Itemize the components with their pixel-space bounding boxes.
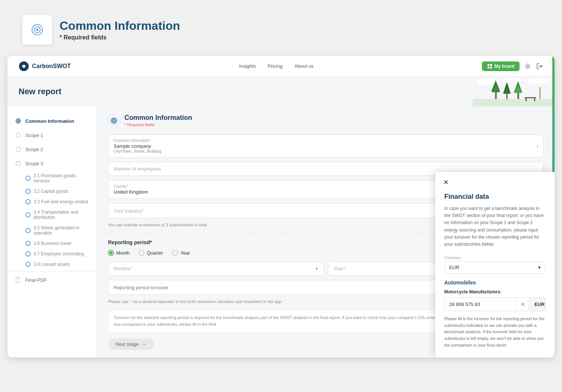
modal-category-title: Automobiles [444,280,546,286]
modal-close-button[interactable]: ✕ [441,178,450,187]
company-name-value: Sample company [114,143,538,149]
svg-point-30 [538,87,542,89]
currency-value: EUR [449,265,459,270]
top-subtitle: * Required fields [60,34,180,41]
svg-rect-7 [488,67,489,68]
svg-point-4 [22,65,25,68]
subitem-dot-3-8 [25,262,31,267]
sidebar-item-3-5[interactable]: 3.5 Waste generated in operation [7,223,96,238]
form-required-label: * Required fields [124,122,192,127]
logout-button[interactable] [536,63,543,70]
svg-rect-8 [490,67,492,68]
currency-chevron-icon: ▾ [538,265,541,270]
top-title-area: Common Information * Required fields [60,19,180,41]
form-section-title: Common Information [124,114,192,122]
svg-point-11 [485,79,496,84]
next-stage-button[interactable]: Next stage → [108,338,154,350]
company-address-value: City/Town, Street, Building [114,149,538,153]
company-field-arrow: › [537,143,539,149]
subitem-dot-3-3 [25,199,31,204]
svg-point-33 [18,121,19,121]
next-stage-arrow-icon: → [142,341,146,347]
svg-rect-37 [16,277,19,283]
logout-icon [536,63,543,70]
page-title: New report [19,87,61,96]
subitem-dot-3-4 [25,212,31,217]
turnover-currency-badge: EUR [529,298,546,311]
radio-year[interactable]: Year [172,250,190,256]
sidebar-divider [7,271,96,271]
top-section: Common Information * Required fields [0,0,562,56]
radio-quarter-circle [139,250,145,256]
nav-pricing[interactable]: Pricing [268,63,283,69]
months-chevron: ▾ [315,266,318,271]
sidebar-item-scope1[interactable]: Scope 1 [7,128,96,142]
sidebar-item-scope3[interactable]: Scope 3 [7,156,96,170]
turnover-value-input[interactable] [445,298,516,311]
svg-point-15 [537,78,549,83]
form-section-text: Common Information * Required fields [124,114,192,127]
nav-about[interactable]: About us [294,63,313,69]
subitem-dot-3-5 [25,228,31,233]
svg-rect-36 [16,162,20,165]
subitem-dot-3-1 [25,176,31,181]
sidebar-item-3-4[interactable]: 3.4 Transportation and distribution [7,207,96,223]
top-icon-box [22,15,52,45]
radio-quarter[interactable]: Quarter [139,250,163,256]
target-sidebar-icon [15,118,22,124]
form-section-header: Common Information * Required fields [108,114,543,127]
svg-rect-26 [525,97,536,98]
turnover-clear-button[interactable]: ✕ [516,298,529,311]
sidebar-scope2-label: Scope 2 [25,147,43,152]
my-board-button[interactable]: My board [482,61,520,71]
sidebar-scope1-label: Scope 1 [25,133,43,138]
company-info-field[interactable]: Company Information* Sample company City… [108,134,543,157]
subitem-dot-3-2 [25,189,31,194]
logo-icon [19,61,29,71]
scope2-icon [15,146,22,153]
sidebar-item-final-pdf[interactable]: Final PDF [7,273,96,287]
modal-description: In case you want to get a benchmark anal… [444,205,546,248]
sidebar-item-3-7[interactable]: 3.7 Employee commuting [7,249,96,259]
svg-point-35 [16,147,20,152]
radio-month[interactable]: Month [108,250,130,256]
sidebar-item-3-8[interactable]: 3.8 Leased assets [7,259,96,270]
sidebar-item-common-information[interactable]: Common Information [7,114,96,128]
nav-insights[interactable]: Insights [239,63,256,69]
form-section-icon [108,115,120,127]
sidebar-item-3-6[interactable]: 3.6 Business travel [7,238,96,249]
svg-point-40 [114,120,115,121]
company-info-label: Company Information* [114,138,538,143]
months-select[interactable]: Months* ▾ [108,262,324,275]
svg-point-2 [36,29,38,31]
svg-rect-27 [526,98,527,101]
settings-icon [524,63,531,70]
subitem-dot-3-7 [25,251,31,256]
svg-point-34 [16,133,20,137]
top-title: Common Information [60,19,180,33]
svg-point-9 [527,65,529,67]
industry-placeholder: Your industry* [114,208,143,214]
sidebar-scope3-label: Scope 3 [25,161,43,166]
sidebar-item-3-3[interactable]: 3.3 Fuel and energy related [7,197,96,207]
modal-sub-label: Motorcycle Manufacturers: [444,289,546,294]
svg-rect-16 [473,99,555,106]
turnover-input-row: ✕ EUR [444,297,546,311]
sidebar-final-pdf-label: Final PDF [25,277,47,283]
sidebar-item-3-2[interactable]: 3.2 Capital goods [7,186,96,197]
sidebar: Common Information Scope 1 Scope 2 [7,106,97,357]
navbar-left: CarbonSWOT [19,61,71,71]
app-window: CarbonSWOT Insights Pricing About us My … [7,56,555,357]
currency-select[interactable]: EUR ▾ [444,261,546,274]
radio-month-circle [108,250,114,256]
page-header: New report [7,77,555,106]
sidebar-item-scope2[interactable]: Scope 2 [7,142,96,156]
svg-rect-5 [488,64,489,66]
sidebar-item-3-1[interactable]: 3.1 Purchased goods, services [7,170,96,186]
logo-text: CarbonSWOT [32,63,71,70]
scope1-icon [15,132,22,138]
pdf-icon [15,277,22,283]
settings-button[interactable] [524,63,531,70]
navbar-right: My board [482,61,543,71]
modal-title: Financial data [444,193,546,201]
